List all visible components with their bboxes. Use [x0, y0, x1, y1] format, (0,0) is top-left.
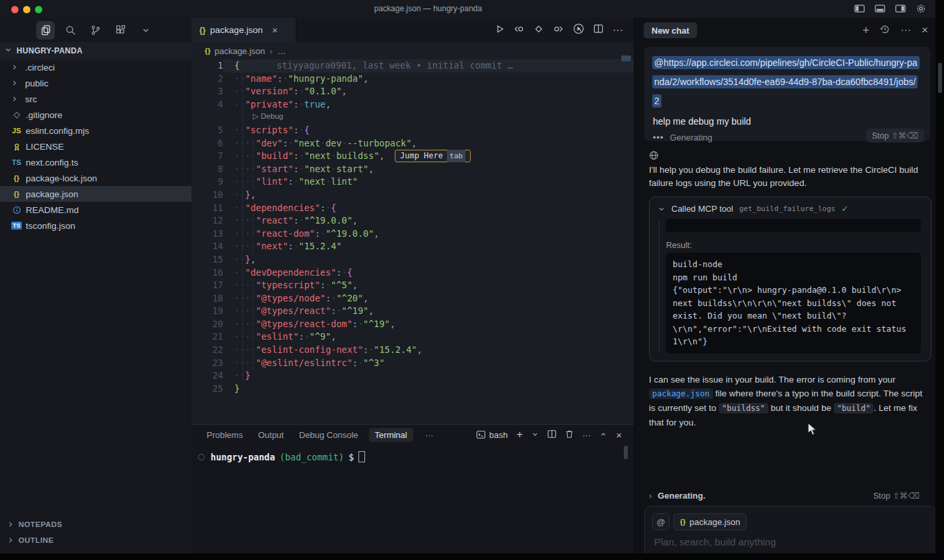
code-line[interactable]: ··"scripts":·{ [223, 124, 634, 137]
tab-package-json[interactable]: {} package.json × [191, 18, 296, 42]
toggle-left-sidebar-icon[interactable] [854, 3, 865, 14]
terminal-dropdown-chevron-icon[interactable] [531, 430, 539, 440]
search-icon[interactable] [61, 21, 80, 40]
file-tree-item-package-json[interactable]: {}package.json [0, 186, 191, 202]
code-line[interactable]: ····"react":·"^19.0.0", [223, 214, 634, 228]
generating-row[interactable]: › Generating. Stop⇧⌘⌫ [649, 489, 926, 503]
terminal-shell-chip[interactable]: bash [476, 430, 508, 440]
breadcrumb-file[interactable]: package.json [215, 46, 265, 56]
tool-name: get_build_failure_logs [739, 204, 836, 213]
breadcrumb[interactable]: {} package.json › … [191, 42, 634, 59]
code-editor[interactable]: 1{stiyyagura0901, last week • initial co… [191, 59, 634, 395]
kill-terminal-trash-icon[interactable] [565, 429, 574, 441]
file-tree-item-package-lock-json[interactable]: {}package-lock.json [0, 170, 191, 186]
add-context-at-button[interactable]: @ [652, 513, 669, 530]
settings-gear-icon[interactable] [916, 3, 926, 14]
stop-generating-button[interactable]: Stop⇧⌘⌫ [867, 489, 926, 503]
panel-tabs-more-icon[interactable]: ··· [425, 430, 434, 440]
jump-here-tooltip[interactable]: Jump Heretab [395, 150, 471, 162]
extensions-icon[interactable] [112, 21, 130, 40]
terminal-scrollbar[interactable] [624, 446, 628, 459]
code-line[interactable]: } [223, 383, 634, 396]
tool-result-label: Result: [666, 241, 692, 250]
file-tree-item-eslint-config-mjs[interactable]: JSeslint.config.mjs [0, 123, 191, 139]
chat-input-box[interactable]: @ {} package.json Plan, search, build an… [644, 506, 936, 560]
context-chip-package-json[interactable]: {} package.json [673, 513, 747, 530]
code-line[interactable]: ····"@types/node":·"^20", [223, 292, 634, 305]
code-line[interactable]: ··"version":·"0.1.0", [223, 85, 634, 98]
code-line[interactable]: ····"eslint-config-next":·"15.2.4", [223, 344, 634, 357]
maximize-panel-chevron-icon[interactable] [599, 430, 607, 440]
mcp-tool-header[interactable]: Called MCP tool get_build_failure_logs ✓ [657, 204, 848, 214]
sidebar-section-notepads[interactable]: NOTEPADS [0, 516, 191, 532]
sidebar-section-outline[interactable]: OUTLINE [0, 532, 191, 548]
page-scrollbar[interactable] [938, 63, 942, 93]
close-panel-icon[interactable]: × [616, 429, 622, 441]
split-editor-icon[interactable] [593, 24, 603, 36]
panel-more-icon[interactable]: ··· [582, 430, 591, 440]
file-tree-item-license[interactable]: LICENSE [0, 139, 191, 154]
new-terminal-icon[interactable]: + [516, 428, 523, 441]
close-tab-icon[interactable]: × [272, 24, 278, 36]
breadcrumb-more[interactable]: … [277, 46, 286, 56]
file-tree-item-readme-md[interactable]: README.md [0, 202, 191, 218]
file-tree-item--circleci[interactable]: .circleci [0, 59, 191, 75]
line-number: 7 [191, 150, 223, 163]
tool-params-collapsed[interactable] [666, 219, 921, 232]
panel-tab-debug-console[interactable]: Debug Console [299, 430, 358, 440]
command-decoration-icon [198, 454, 205, 460]
code-line[interactable]: ····"@types/react-dom":·"^19", [223, 318, 634, 331]
new-chat-icon[interactable]: + [863, 24, 870, 36]
split-terminal-icon[interactable] [547, 429, 556, 441]
panel-tab-output[interactable]: Output [258, 430, 284, 440]
code-line[interactable]: ··"dependencies":·{ [223, 202, 634, 215]
chat-more-icon[interactable]: ··· [900, 24, 911, 36]
code-line[interactable]: ····"react-dom":·"^19.0.0", [223, 228, 634, 241]
code-line[interactable]: ····"lint":·"next·lint" [223, 175, 634, 189]
code-line[interactable]: ····"next":·"15.2.4" [223, 240, 634, 253]
source-control-icon[interactable] [86, 21, 105, 40]
explorer-icon[interactable] [36, 21, 55, 40]
change-diamond-icon[interactable] [534, 24, 543, 36]
code-line[interactable]: ····"@eslint/eslintrc":·"^3" [223, 357, 634, 370]
explorer-root-header[interactable]: HUNGRY-PANDA [0, 42, 191, 59]
code-line[interactable]: ····"start":·"next·start", [223, 163, 634, 176]
chat-history-icon[interactable] [880, 24, 890, 37]
editor-scrollbar[interactable] [621, 55, 631, 61]
more-actions-icon[interactable]: ··· [613, 24, 623, 36]
mcp-tool-card[interactable]: Called MCP tool get_build_failure_logs ✓… [649, 197, 931, 361]
file-tree-item--gitignore[interactable]: .gitignore [0, 107, 191, 123]
circleci-pipeline-link[interactable]: @https://app.circleci.com/pipelines/gh/C… [652, 56, 920, 108]
debug-codelens[interactable]: ▷ Debug [223, 111, 634, 124]
toggle-bottom-panel-icon[interactable] [875, 3, 886, 14]
next-change-icon[interactable] [553, 24, 564, 36]
code-line[interactable]: ··}, [223, 253, 634, 266]
file-tree-item-public[interactable]: public [0, 75, 191, 91]
code-line[interactable]: {stiyyagura0901, last week • initial com… [223, 59, 634, 73]
code-line[interactable]: ··"name":·"hungry-panda", [223, 73, 634, 86]
toggle-right-sidebar-icon[interactable] [895, 3, 906, 14]
code-line[interactable]: ····"typescript":·"^5", [223, 279, 634, 292]
panel-tab-problems[interactable]: Problems [207, 430, 243, 440]
code-line[interactable]: ··}, [223, 189, 634, 202]
inline-code: "build" [834, 403, 874, 414]
panel-tab-terminal[interactable]: Terminal [369, 428, 413, 442]
code-line[interactable]: ··"devDependencies":·{ [223, 266, 634, 280]
run-or-debug-icon[interactable] [573, 23, 584, 37]
run-icon[interactable] [495, 24, 504, 36]
code-line[interactable]: ····"dev":·"next·dev·--turbopack", [223, 137, 634, 150]
file-tree-item-tsconfig-json[interactable]: TStsconfig.json [0, 218, 191, 233]
code-line[interactable]: ··"private":·true, [223, 98, 634, 111]
file-tree-item-src[interactable]: src [0, 91, 191, 107]
code-line[interactable]: ····"eslint":·"^9", [223, 330, 634, 344]
previous-change-icon[interactable] [514, 24, 525, 36]
terminal-prompt[interactable]: hungry-panda (bad_commit) $ [198, 451, 365, 462]
stop-generating-button[interactable]: Stop⇧⌘⌫ [866, 129, 924, 142]
code-line[interactable]: ··} [223, 369, 634, 383]
close-chat-icon[interactable]: × [922, 24, 928, 37]
code-line[interactable]: ····"@types/react":·"^19", [223, 305, 634, 318]
more-chevron-icon[interactable] [137, 21, 155, 40]
chevron-down-icon [657, 205, 665, 213]
file-tree-item-next-config-ts[interactable]: TSnext.config.ts [0, 154, 191, 170]
chat-tab[interactable]: New chat [644, 22, 697, 38]
